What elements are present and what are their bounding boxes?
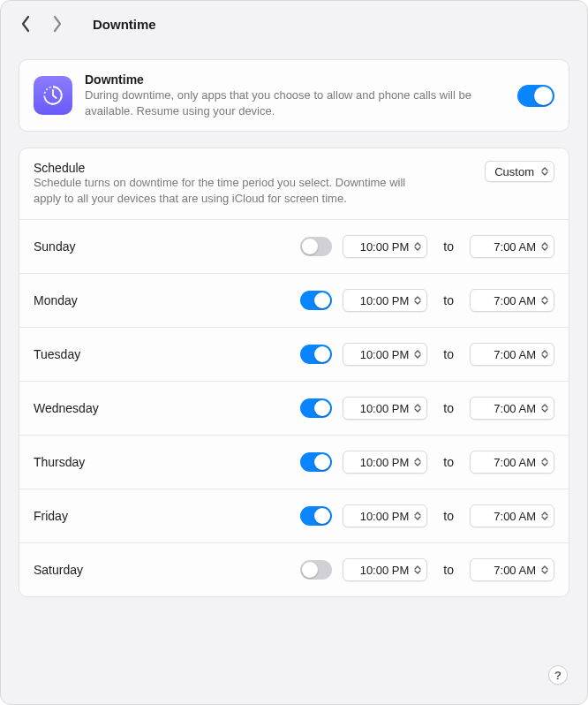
start-time-value: 10:00 PM <box>360 510 410 523</box>
start-time-value: 10:00 PM <box>360 456 410 469</box>
page-title: Downtime <box>93 17 156 32</box>
time-stepper-icon <box>412 563 423 577</box>
start-time-field-tuesday[interactable]: 10:00 PM <box>343 343 427 366</box>
end-time-field-friday[interactable]: 7:00 AM <box>470 504 554 527</box>
time-stepper-icon <box>539 455 550 469</box>
preferences-window: Downtime Downtime During downtime, only … <box>0 0 588 705</box>
day-toggle-monday[interactable] <box>300 291 332 310</box>
start-time-value: 10:00 PM <box>360 240 410 254</box>
help-button[interactable]: ? <box>548 665 568 685</box>
day-label: Friday <box>34 509 290 523</box>
back-button[interactable] <box>13 11 38 36</box>
day-toggle-friday[interactable] <box>300 506 332 526</box>
time-stepper-icon <box>539 563 550 577</box>
end-time-value: 7:00 AM <box>494 456 536 469</box>
time-stepper-icon <box>412 347 423 361</box>
schedule-day-row: Sunday10:00 PMto7:00 AM <box>19 220 569 274</box>
start-time-value: 10:00 PM <box>360 564 410 577</box>
end-time-value: 7:00 AM <box>494 240 536 254</box>
schedule-mode-label: Custom <box>494 165 534 178</box>
schedule-card: Schedule Schedule turns on downtime for … <box>19 148 569 597</box>
downtime-summary-card: Downtime During downtime, only apps that… <box>19 59 569 132</box>
downtime-icon <box>34 76 72 115</box>
schedule-title: Schedule <box>34 161 474 175</box>
schedule-day-list: Sunday10:00 PMto7:00 AMMonday10:00 PMto7… <box>19 220 569 596</box>
start-time-field-thursday[interactable]: 10:00 PM <box>343 451 427 474</box>
schedule-mode-popup[interactable]: Custom <box>485 161 554 182</box>
time-stepper-icon <box>412 239 423 254</box>
time-stepper-icon <box>412 401 423 415</box>
chevron-right-icon <box>51 15 64 33</box>
start-time-field-saturday[interactable]: 10:00 PM <box>343 558 427 581</box>
downtime-summary-text: Downtime During downtime, only apps that… <box>85 72 505 118</box>
time-stepper-icon <box>412 509 423 523</box>
end-time-value: 7:00 AM <box>494 510 536 523</box>
chevron-left-icon <box>19 15 32 33</box>
content: Downtime During downtime, only apps that… <box>1 59 587 659</box>
schedule-header: Schedule Schedule turns on downtime for … <box>19 148 569 220</box>
day-toggle-sunday[interactable] <box>300 237 332 256</box>
end-time-value: 7:00 AM <box>494 348 536 361</box>
time-stepper-icon <box>539 401 550 415</box>
end-time-field-saturday[interactable]: 7:00 AM <box>470 558 554 581</box>
schedule-day-row: Saturday10:00 PMto7:00 AM <box>19 543 569 596</box>
end-time-value: 7:00 AM <box>494 402 536 415</box>
time-to-label: to <box>438 347 459 361</box>
time-to-label: to <box>438 239 459 254</box>
downtime-master-toggle[interactable] <box>517 85 554 107</box>
end-time-field-tuesday[interactable]: 7:00 AM <box>470 343 554 366</box>
start-time-value: 10:00 PM <box>360 402 410 415</box>
forward-button[interactable] <box>45 11 70 36</box>
end-time-field-wednesday[interactable]: 7:00 AM <box>470 397 554 420</box>
day-label: Tuesday <box>34 347 290 361</box>
day-toggle-saturday[interactable] <box>300 560 332 580</box>
time-to-label: to <box>438 509 459 523</box>
start-time-value: 10:00 PM <box>360 348 410 361</box>
day-label: Thursday <box>34 455 290 469</box>
downtime-summary-description: During downtime, only apps that you choo… <box>85 87 473 118</box>
time-stepper-icon <box>539 239 550 254</box>
time-to-label: to <box>438 563 459 577</box>
end-time-field-monday[interactable]: 7:00 AM <box>470 289 554 312</box>
end-time-value: 7:00 AM <box>494 294 536 307</box>
time-stepper-icon <box>539 347 550 361</box>
schedule-description: Schedule turns on downtime for the time … <box>34 175 422 207</box>
end-time-value: 7:00 AM <box>494 564 536 577</box>
day-label: Saturday <box>34 563 290 577</box>
schedule-day-row: Tuesday10:00 PMto7:00 AM <box>19 328 569 382</box>
time-to-label: to <box>438 293 459 307</box>
time-to-label: to <box>438 401 459 415</box>
day-label: Sunday <box>34 239 290 254</box>
start-time-field-monday[interactable]: 10:00 PM <box>343 289 427 312</box>
end-time-field-sunday[interactable]: 7:00 AM <box>470 235 554 258</box>
start-time-field-sunday[interactable]: 10:00 PM <box>343 235 427 258</box>
schedule-day-row: Thursday10:00 PMto7:00 AM <box>19 436 569 489</box>
popup-stepper-icon <box>539 164 550 178</box>
toolbar: Downtime <box>1 1 587 47</box>
time-to-label: to <box>438 455 459 469</box>
time-stepper-icon <box>539 509 550 523</box>
downtime-summary-title: Downtime <box>85 72 505 87</box>
schedule-day-row: Friday10:00 PMto7:00 AM <box>19 489 569 543</box>
start-time-field-friday[interactable]: 10:00 PM <box>343 504 427 527</box>
schedule-day-row: Monday10:00 PMto7:00 AM <box>19 274 569 328</box>
time-stepper-icon <box>412 293 423 307</box>
time-stepper-icon <box>539 293 550 307</box>
time-stepper-icon <box>412 455 423 469</box>
day-label: Wednesday <box>34 401 290 415</box>
schedule-day-row: Wednesday10:00 PMto7:00 AM <box>19 382 569 436</box>
day-toggle-thursday[interactable] <box>300 452 332 472</box>
day-toggle-wednesday[interactable] <box>300 398 332 418</box>
help-icon: ? <box>554 669 562 682</box>
start-time-field-wednesday[interactable]: 10:00 PM <box>343 397 427 420</box>
start-time-value: 10:00 PM <box>360 294 410 307</box>
day-toggle-tuesday[interactable] <box>300 345 332 364</box>
day-label: Monday <box>34 293 290 307</box>
end-time-field-thursday[interactable]: 7:00 AM <box>470 451 554 474</box>
